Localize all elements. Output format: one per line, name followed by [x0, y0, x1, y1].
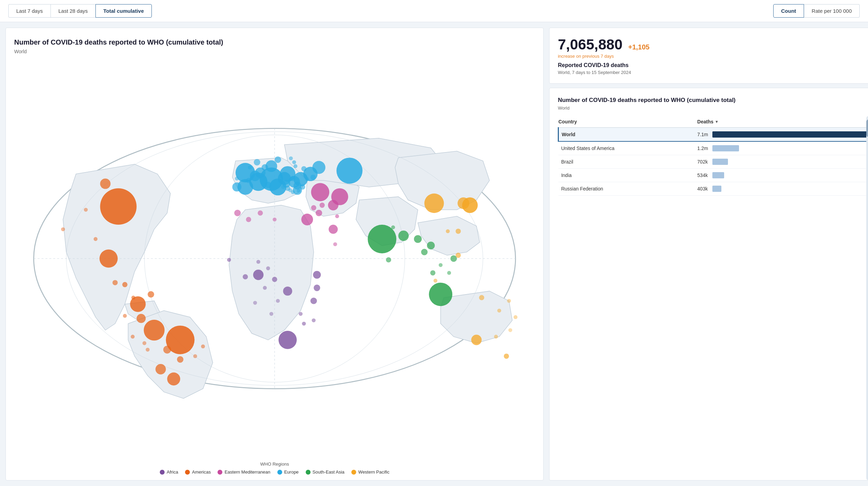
svg-point-14: [163, 346, 171, 354]
svg-point-120: [479, 295, 484, 300]
svg-point-86: [314, 284, 320, 291]
svg-point-113: [424, 194, 444, 213]
svg-point-71: [328, 200, 338, 211]
svg-point-116: [504, 354, 509, 359]
svg-point-80: [273, 217, 276, 221]
svg-point-125: [514, 315, 517, 319]
stat-main-number: 7,065,880: [558, 36, 622, 53]
svg-point-79: [258, 211, 263, 216]
svg-point-110: [439, 263, 443, 267]
svg-point-96: [263, 286, 267, 290]
legend-item-eastern-med: Eastern Mediterranean: [218, 469, 270, 475]
cell-country: India: [558, 169, 698, 182]
tab-last-7-days[interactable]: Last 7 days: [8, 4, 50, 18]
svg-point-104: [427, 242, 435, 250]
svg-point-54: [290, 176, 295, 181]
svg-point-48: [261, 164, 268, 171]
stat-number-row: 7,065,880 +1,105 increase on previous 7 …: [558, 36, 868, 59]
table-row[interactable]: United States of America1.2m: [558, 141, 868, 155]
col-deaths[interactable]: Deaths ▼: [697, 116, 868, 128]
cell-deaths: 1.2m: [697, 141, 868, 155]
svg-point-105: [421, 249, 428, 255]
svg-point-62: [281, 185, 285, 189]
legend-item-americas: Americas: [185, 469, 211, 475]
col-country: Country: [558, 116, 698, 128]
svg-point-97: [276, 299, 280, 303]
svg-point-77: [333, 242, 337, 246]
svg-point-7: [144, 320, 165, 340]
stat-card: 7,065,880 +1,105 increase on previous 7 …: [549, 28, 868, 84]
cell-country: United States of America: [558, 141, 698, 155]
svg-point-78: [234, 210, 241, 216]
svg-point-84: [283, 287, 292, 296]
legend-title: WHO Regions: [14, 461, 535, 467]
table-row[interactable]: Russian Federation403k: [558, 182, 868, 196]
cell-deaths: 403k: [697, 182, 868, 196]
cell-country: Brazil: [558, 155, 698, 169]
cell-country: World: [558, 128, 698, 141]
svg-point-65: [246, 178, 251, 183]
svg-point-52: [300, 184, 305, 189]
europe-dot: [277, 470, 282, 475]
svg-point-75: [320, 203, 325, 208]
svg-point-102: [398, 231, 409, 241]
svg-point-119: [446, 229, 450, 233]
svg-point-15: [177, 356, 184, 363]
svg-point-13: [137, 314, 146, 323]
svg-point-63: [312, 161, 325, 174]
main-content: Number of COVID-19 deaths reported to WH…: [0, 22, 868, 486]
rate-view-button[interactable]: Rate per 100 000: [804, 4, 860, 18]
tab-total-cumulative[interactable]: Total cumulative: [95, 4, 152, 18]
map-legend: WHO Regions Africa Americas Eastern Medi…: [14, 461, 535, 475]
chart-title: Number of COVID-19 deaths reported to WH…: [14, 38, 535, 47]
svg-point-94: [256, 260, 260, 264]
stat-period: World, 7 days to 15 September 2024: [558, 70, 868, 75]
western-pacific-dot: [351, 470, 356, 475]
svg-point-72: [329, 225, 338, 234]
cell-deaths: 702k: [697, 155, 868, 169]
view-toggle-group: Count Rate per 100 000: [773, 4, 860, 18]
svg-point-5: [100, 188, 137, 225]
svg-point-124: [507, 299, 511, 303]
tab-last-28-days[interactable]: Last 28 days: [50, 4, 95, 18]
svg-point-100: [368, 225, 396, 253]
cell-deaths: 534k: [697, 169, 868, 182]
map-container[interactable]: [14, 60, 535, 457]
svg-point-23: [131, 335, 135, 338]
table-row[interactable]: World7.1m: [558, 128, 868, 141]
svg-point-93: [312, 318, 315, 322]
svg-point-47: [265, 182, 271, 188]
svg-point-117: [455, 253, 461, 258]
svg-point-11: [100, 178, 111, 189]
svg-point-58: [305, 177, 309, 181]
svg-point-22: [201, 345, 205, 348]
table-row[interactable]: Brazil702k: [558, 155, 868, 169]
svg-point-74: [311, 205, 316, 211]
svg-point-16: [148, 291, 154, 298]
count-view-button[interactable]: Count: [773, 4, 804, 18]
svg-point-107: [386, 257, 391, 262]
svg-point-91: [302, 322, 306, 326]
svg-point-25: [146, 348, 149, 352]
table-card-title: Number of COVID-19 deaths reported to WH…: [558, 96, 868, 104]
svg-point-126: [508, 328, 512, 332]
table-wrapper[interactable]: Country Deaths ▼ World7.1mUnited States …: [558, 116, 868, 480]
europe-label: Europe: [284, 469, 299, 475]
svg-point-19: [131, 296, 135, 299]
svg-point-57: [289, 156, 293, 160]
svg-point-56: [292, 160, 296, 164]
svg-point-88: [243, 274, 248, 279]
deaths-table: Country Deaths ▼ World7.1mUnited States …: [558, 116, 868, 196]
svg-point-49: [275, 156, 281, 163]
svg-point-66: [235, 177, 239, 180]
col-deaths-label: Deaths: [697, 119, 713, 124]
chart-subtitle: World: [14, 49, 535, 54]
svg-point-89: [272, 277, 277, 282]
svg-point-85: [313, 271, 321, 279]
svg-point-121: [433, 279, 437, 282]
svg-point-64: [311, 175, 316, 180]
svg-point-109: [430, 270, 435, 275]
svg-point-122: [494, 335, 498, 338]
svg-point-29: [336, 158, 362, 184]
table-row[interactable]: India534k: [558, 169, 868, 182]
